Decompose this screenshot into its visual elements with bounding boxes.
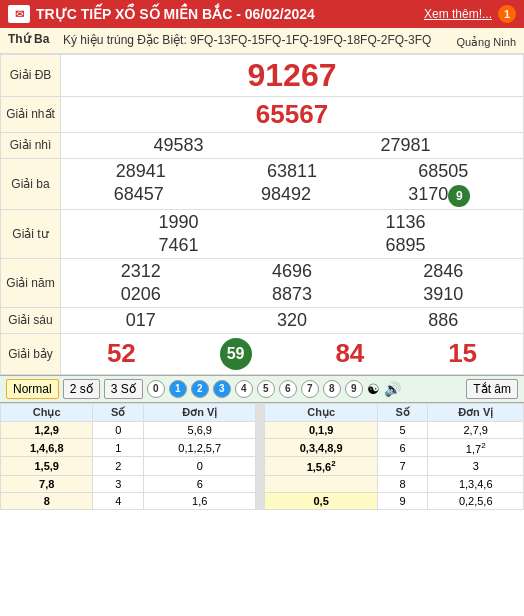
day-label: Thứ Ba bbox=[8, 32, 63, 46]
analysis-table: Chục Số Đơn Vị Chục Số Đơn Vị 1,2,9 0 5,… bbox=[0, 403, 524, 510]
digit-3[interactable]: 3 bbox=[213, 380, 231, 398]
dv-l-1: 0,1,2,5,7 bbox=[144, 438, 256, 457]
notification-badge: 1 bbox=[498, 5, 516, 23]
prize-nhi-row: Giải nhì 49583 27981 bbox=[1, 132, 524, 158]
prize-bay-val-0: 52 bbox=[107, 338, 136, 369]
digit-1[interactable]: 1 bbox=[169, 380, 187, 398]
prize-nam-val-3: 0206 bbox=[121, 284, 161, 305]
header-title: TRỰC TIẾP XỔ SỐ MIỀN BẮC - 06/02/2024 bbox=[36, 6, 418, 22]
prize-ba-label: Giải ba bbox=[1, 158, 61, 209]
digit-8[interactable]: 8 bbox=[323, 380, 341, 398]
prize-ba-val-1: 63811 bbox=[267, 161, 317, 182]
prize-ba-row: Giải ba 28941 63811 68505 68457 98492 31… bbox=[1, 158, 524, 209]
prize-nhi-val-1: 27981 bbox=[380, 135, 430, 156]
chuc-r-3 bbox=[265, 476, 377, 493]
chuc-r-2: 1,5,62 bbox=[265, 457, 377, 476]
prize-ba-val-4: 98492 bbox=[261, 184, 311, 207]
so-l-1: 1 bbox=[93, 438, 144, 457]
digit-9[interactable]: 9 bbox=[345, 380, 363, 398]
3so-button[interactable]: 3 Số bbox=[104, 379, 143, 399]
special-codes: Ký hiệu trúng Đặc Biệt: 9FQ-13FQ-15FQ-1F… bbox=[63, 32, 456, 49]
prize-ba-val-2: 68505 bbox=[418, 161, 468, 182]
prize-tu-val-2: 7461 bbox=[158, 235, 198, 256]
chuc-l-4: 8 bbox=[1, 493, 93, 510]
dv-r-4: 0,2,5,6 bbox=[428, 493, 524, 510]
prize-nhi-label: Giải nhì bbox=[1, 132, 61, 158]
ba-special-circle: 9 bbox=[448, 185, 470, 207]
analysis-row-3: 7,8 3 6 8 1,3,4,6 bbox=[1, 476, 524, 493]
prize-tu-val-0: 1990 bbox=[158, 212, 198, 233]
analysis-row-2: 1,5,9 2 0 1,5,62 7 3 bbox=[1, 457, 524, 476]
prize-db-label: Giải ĐB bbox=[1, 54, 61, 96]
col-so-left: Số bbox=[93, 403, 144, 421]
prize-nam-val-1: 4696 bbox=[272, 261, 312, 282]
digit-7[interactable]: 7 bbox=[301, 380, 319, 398]
yin-yang-icon[interactable]: ☯ bbox=[367, 381, 380, 397]
header: ✉ TRỰC TIẾP XỔ SỐ MIỀN BẮC - 06/02/2024 … bbox=[0, 0, 524, 28]
digit-5[interactable]: 5 bbox=[257, 380, 275, 398]
prize-nam-values: 2312 4696 2846 0206 8873 3910 bbox=[61, 258, 524, 307]
date-row: Thứ Ba Ký hiệu trúng Đặc Biệt: 9FQ-13FQ-… bbox=[0, 28, 524, 54]
prize-nam-val-5: 3910 bbox=[423, 284, 463, 305]
so-l-3: 3 bbox=[93, 476, 144, 493]
chuc-r-1: 0,3,4,8,9 bbox=[265, 438, 377, 457]
prize-nhi-val-0: 49583 bbox=[153, 135, 203, 156]
speaker-icon[interactable]: 🔊 bbox=[384, 381, 401, 397]
so-l-4: 4 bbox=[93, 493, 144, 510]
2so-button[interactable]: 2 số bbox=[63, 379, 100, 399]
prize-sau-values: 017 320 886 bbox=[61, 307, 524, 333]
so-l-0: 0 bbox=[93, 421, 144, 438]
so-r-1: 6 bbox=[377, 438, 428, 457]
prize-ba-val-5: 31709 bbox=[408, 184, 470, 207]
digit-6[interactable]: 6 bbox=[279, 380, 297, 398]
so-r-3: 8 bbox=[377, 476, 428, 493]
dv-r-0: 2,7,9 bbox=[428, 421, 524, 438]
chuc-l-1: 1,4,6,8 bbox=[1, 438, 93, 457]
prize-nam-val-2: 2846 bbox=[423, 261, 463, 282]
prize-sau-val-0: 017 bbox=[126, 310, 156, 331]
prize-bay-val-3: 15 bbox=[448, 338, 477, 369]
digit-4[interactable]: 4 bbox=[235, 380, 253, 398]
prize-db-value: 91267 bbox=[61, 54, 524, 96]
analysis-row-1: 1,4,6,8 1 0,1,2,5,7 0,3,4,8,9 6 1,72 bbox=[1, 438, 524, 457]
prize-nam-label: Giải năm bbox=[1, 258, 61, 307]
dv-r-2: 3 bbox=[428, 457, 524, 476]
chuc-l-0: 1,2,9 bbox=[1, 421, 93, 438]
prize-bay-row: Giải bảy 52 59 84 15 bbox=[1, 333, 524, 374]
col-so-right: Số bbox=[377, 403, 428, 421]
prize-sau-val-2: 886 bbox=[428, 310, 458, 331]
prize-bay-values: 52 59 84 15 bbox=[61, 333, 524, 374]
chuc-r-0: 0,1,9 bbox=[265, 421, 377, 438]
analysis-header-row: Chục Số Đơn Vị Chục Số Đơn Vị bbox=[1, 403, 524, 421]
dv-l-2: 0 bbox=[144, 457, 256, 476]
prize-ba-val-3: 68457 bbox=[114, 184, 164, 207]
header-link[interactable]: Xem thêm!... bbox=[424, 7, 492, 21]
prize-nam-val-4: 8873 bbox=[272, 284, 312, 305]
dv-r-1: 1,72 bbox=[428, 438, 524, 457]
so-r-4: 9 bbox=[377, 493, 428, 510]
normal-button[interactable]: Normal bbox=[6, 379, 59, 399]
prize-sau-val-1: 320 bbox=[277, 310, 307, 331]
prize-tu-values: 1990 1136 7461 6895 bbox=[61, 209, 524, 258]
digit-0[interactable]: 0 bbox=[147, 380, 165, 398]
prize-ba-values: 28941 63811 68505 68457 98492 31709 bbox=[61, 158, 524, 209]
prize-tu-val-3: 6895 bbox=[385, 235, 425, 256]
so-r-2: 7 bbox=[377, 457, 428, 476]
analysis-row-4: 8 4 1,6 0,5 9 0,2,5,6 bbox=[1, 493, 524, 510]
chuc-l-3: 7,8 bbox=[1, 476, 93, 493]
chuc-l-2: 1,5,9 bbox=[1, 457, 93, 476]
prize-nhi-values: 49583 27981 bbox=[61, 132, 524, 158]
dv-l-0: 5,6,9 bbox=[144, 421, 256, 438]
mail-icon: ✉ bbox=[8, 5, 30, 23]
prize-nhat-value: 65567 bbox=[61, 96, 524, 132]
tat-am-button[interactable]: Tắt âm bbox=[466, 379, 518, 399]
province-label: Quảng Ninh bbox=[456, 36, 516, 49]
prize-nhat-row: Giải nhất 65567 bbox=[1, 96, 524, 132]
digit-2[interactable]: 2 bbox=[191, 380, 209, 398]
dv-l-4: 1,6 bbox=[144, 493, 256, 510]
prize-bay-val-2: 84 bbox=[335, 338, 364, 369]
prize-tu-row: Giải tư 1990 1136 7461 6895 bbox=[1, 209, 524, 258]
prize-tu-label: Giải tư bbox=[1, 209, 61, 258]
so-l-2: 2 bbox=[93, 457, 144, 476]
prize-table: Giải ĐB 91267 Giải nhất 65567 Giải nhì 4… bbox=[0, 54, 524, 375]
